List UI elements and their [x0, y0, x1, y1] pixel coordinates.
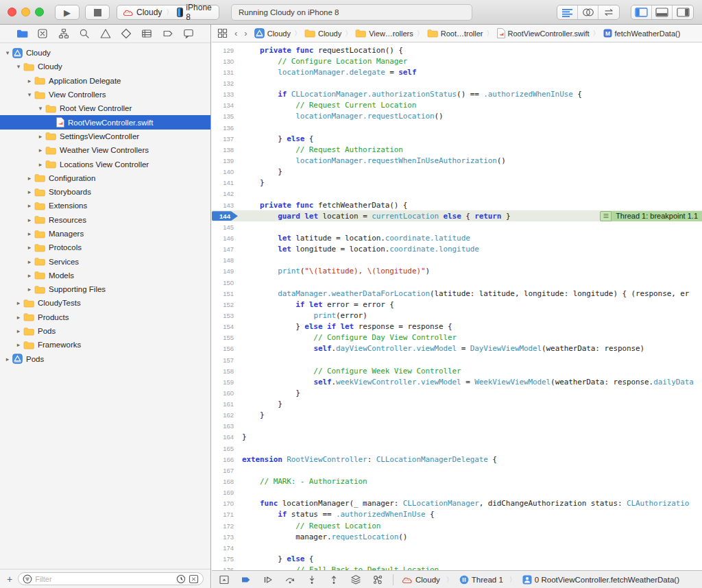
- code-line-134[interactable]: 134 // Request Current Location: [212, 100, 702, 111]
- tree-row-models[interactable]: ▸Models: [0, 269, 210, 282]
- disclosure-closed-icon[interactable]: ▸: [37, 133, 44, 140]
- code-line-165[interactable]: 165: [212, 443, 702, 454]
- hide-debug-area-button[interactable]: [217, 573, 231, 587]
- disclosure-closed-icon[interactable]: ▸: [4, 356, 11, 363]
- code-line-155[interactable]: 155 // Configure Day View Controller: [212, 332, 702, 343]
- code-line-136[interactable]: 136: [212, 122, 702, 133]
- code-line-130[interactable]: 130 // Configure Location Manager: [212, 56, 702, 66]
- disclosure-closed-icon[interactable]: ▸: [15, 328, 22, 334]
- line-number[interactable]: 139: [212, 157, 238, 164]
- code-line-167[interactable]: 167: [212, 465, 702, 476]
- line-number[interactable]: 166: [212, 456, 238, 463]
- line-number[interactable]: 155: [212, 334, 238, 341]
- disclosure-closed-icon[interactable]: ▸: [26, 175, 33, 182]
- line-number[interactable]: 164: [212, 433, 238, 441]
- filter-input[interactable]: [35, 575, 173, 583]
- line-number[interactable]: 171: [212, 511, 238, 518]
- line-number[interactable]: 165: [212, 445, 238, 452]
- breadcrumb-item[interactable]: View…rollers: [355, 29, 413, 38]
- disclosure-closed-icon[interactable]: ▸: [15, 341, 22, 348]
- line-number[interactable]: 140: [212, 168, 238, 175]
- line-number[interactable]: 130: [212, 58, 238, 65]
- nav-tab-debug-navigator[interactable]: [140, 27, 154, 40]
- line-number[interactable]: 132: [212, 79, 238, 87]
- breadcrumb-item[interactable]: Cloudy: [304, 29, 341, 38]
- disclosure-closed-icon[interactable]: ▸: [26, 244, 33, 251]
- tree-row-settingsviewcontroller[interactable]: ▸SettingsViewController: [0, 130, 210, 143]
- code-line-146[interactable]: 146 let latitude = location.coordinate.l…: [212, 232, 702, 243]
- code-line-153[interactable]: 153 print(error): [212, 310, 702, 321]
- code-line-147[interactable]: 147 let longitude = location.coordinate.…: [212, 244, 702, 255]
- continue-button[interactable]: [261, 573, 275, 587]
- disclosure-open-icon[interactable]: ▾: [37, 105, 44, 112]
- code-line-164[interactable]: 164}: [212, 432, 702, 443]
- code-line-168[interactable]: 168 // MARK: - Authorization: [212, 476, 702, 487]
- debug-breadcrumb-item[interactable]: 0 RootViewController.fetchWeatherData(): [522, 575, 679, 585]
- breakpoints-toggle-button[interactable]: [239, 573, 253, 587]
- line-number[interactable]: 175: [212, 555, 238, 563]
- back-button[interactable]: ‹: [234, 28, 237, 38]
- code-line-169[interactable]: 169: [212, 487, 702, 498]
- code-line-176[interactable]: 176 // Fall Back to Default Location: [212, 565, 702, 570]
- line-number[interactable]: 174: [212, 544, 238, 552]
- close-window-button[interactable]: [8, 8, 16, 16]
- tree-row-products[interactable]: ▸Products: [0, 310, 210, 324]
- code-area[interactable]: 129 private func requestLocation() {130 …: [212, 42, 702, 570]
- breadcrumb-item[interactable]: MfetchWeatherData(): [603, 29, 681, 38]
- disclosure-closed-icon[interactable]: ▸: [26, 77, 33, 84]
- view-hierarchy-button[interactable]: [349, 573, 363, 587]
- tree-row-root-view-controller[interactable]: ▾Root View Controller: [0, 101, 210, 115]
- code-line-129[interactable]: 129 private func requestLocation() {: [212, 45, 702, 56]
- line-number[interactable]: 147: [212, 245, 238, 253]
- disclosure-open-icon[interactable]: ▾: [4, 49, 11, 56]
- breadcrumb-item[interactable]: RootViewController.swift: [497, 28, 590, 38]
- line-number[interactable]: 170: [212, 500, 238, 507]
- code-line-132[interactable]: 132: [212, 77, 702, 88]
- code-line-141[interactable]: 141 }: [212, 177, 702, 188]
- code-line-142[interactable]: 142: [212, 188, 702, 199]
- line-number[interactable]: 162: [212, 411, 238, 419]
- memory-graph-button[interactable]: [371, 573, 385, 587]
- tree-row-configuration[interactable]: ▸Configuration: [0, 171, 210, 185]
- add-item-button[interactable]: +: [7, 574, 12, 584]
- line-number[interactable]: 151: [212, 290, 238, 297]
- disclosure-open-icon[interactable]: ▾: [15, 63, 22, 70]
- disclosure-closed-icon[interactable]: ▸: [26, 272, 33, 279]
- line-number[interactable]: 169: [212, 489, 238, 496]
- line-number[interactable]: 129: [212, 47, 238, 54]
- breakpoint-marker[interactable]: 144: [212, 211, 238, 221]
- tree-row-extensions[interactable]: ▸Extensions: [0, 199, 210, 212]
- nav-tab-report-navigator[interactable]: [182, 27, 195, 40]
- code-line-152[interactable]: 152 if let error = error {: [212, 299, 702, 310]
- stop-button[interactable]: [85, 5, 110, 20]
- disclosure-closed-icon[interactable]: ▸: [37, 147, 44, 154]
- nav-tab-find-navigator[interactable]: [77, 27, 91, 40]
- line-number[interactable]: 172: [212, 522, 238, 530]
- code-line-159[interactable]: 159 self.weekViewController.viewModel = …: [212, 376, 702, 387]
- code-line-173[interactable]: 173 manager.requestLocation(): [212, 531, 702, 542]
- code-line-148[interactable]: 148: [212, 255, 702, 266]
- line-number[interactable]: 143: [212, 201, 238, 209]
- debug-breadcrumb-item[interactable]: Thread 1: [459, 575, 503, 585]
- line-number[interactable]: 150: [212, 279, 238, 286]
- line-number[interactable]: 149: [212, 267, 238, 275]
- code-line-144[interactable]: 144 guard let location = currentLocation…: [212, 210, 702, 221]
- breakpoint-badge[interactable]: Thread 1: breakpoint 1.1: [600, 211, 702, 221]
- minimize-window-button[interactable]: [21, 8, 30, 16]
- line-number[interactable]: 160: [212, 389, 238, 397]
- disclosure-closed-icon[interactable]: ▸: [15, 299, 22, 306]
- tree-row-cloudytests[interactable]: ▸CloudyTests: [0, 296, 210, 310]
- line-number[interactable]: 138: [212, 146, 238, 154]
- line-number[interactable]: 158: [212, 367, 238, 375]
- nav-tab-breakpoint-navigator[interactable]: [161, 27, 175, 40]
- line-number[interactable]: 131: [212, 69, 238, 76]
- debug-panel-toggle-button[interactable]: [652, 5, 673, 19]
- disclosure-closed-icon[interactable]: ▸: [26, 258, 33, 265]
- code-line-157[interactable]: 157: [212, 354, 702, 365]
- zoom-window-button[interactable]: [35, 8, 44, 16]
- code-line-174[interactable]: 174: [212, 542, 702, 553]
- nav-tab-symbol-navigator[interactable]: [57, 27, 71, 40]
- step-into-button[interactable]: [305, 573, 319, 587]
- code-line-139[interactable]: 139 locationManager.requestWhenInUseAuth…: [212, 155, 702, 166]
- line-number[interactable]: 152: [212, 301, 238, 308]
